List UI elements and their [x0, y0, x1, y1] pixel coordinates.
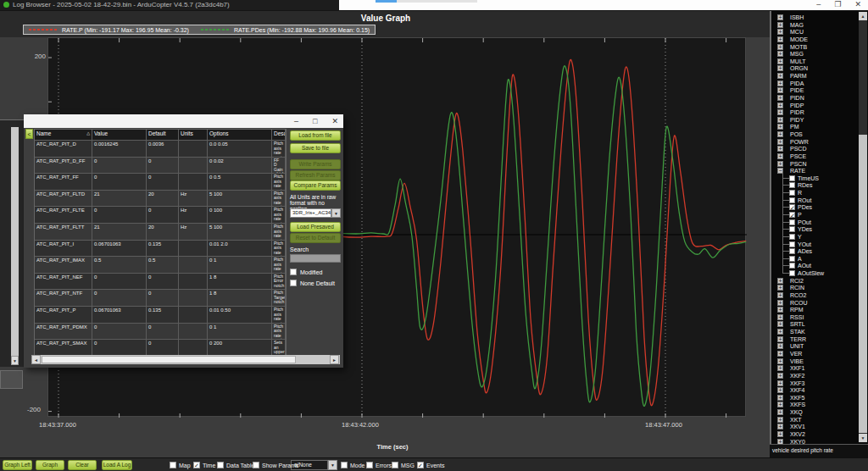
maximize-icon[interactable]: □	[313, 116, 317, 126]
expand-icon[interactable]: +	[777, 109, 783, 115]
parameter-window-titlebar[interactable]: – □ ✕	[24, 114, 343, 128]
chevron-down-icon[interactable]: ▼	[328, 460, 337, 470]
expand-icon[interactable]: +	[777, 402, 783, 407]
expand-icon[interactable]: +	[777, 395, 783, 401]
scrollbar-thumb[interactable]	[42, 356, 296, 363]
checkbox[interactable]	[789, 197, 795, 203]
parameter-table[interactable]: Name △ValueDefaultUnitsOptionsDescATC_RA…	[34, 129, 287, 356]
graph-left-button[interactable]: Graph Left	[3, 460, 32, 470]
table-row[interactable]: ATC_RAT_PIT_D0.00162450.00360.0 0.05Pitc…	[35, 141, 286, 158]
checked-checkbox[interactable]: ✓	[789, 204, 795, 210]
expand-icon[interactable]: +	[777, 351, 783, 357]
expand-icon[interactable]: +	[777, 314, 783, 320]
modified-checkbox[interactable]	[290, 269, 297, 275]
close-icon[interactable]: ✕	[854, 0, 861, 10]
expand-icon[interactable]: +	[777, 307, 783, 313]
column-header[interactable]: Value	[92, 130, 147, 141]
minimize-icon[interactable]: –	[294, 116, 298, 126]
expand-icon[interactable]: +	[777, 131, 783, 137]
expand-icon[interactable]: +	[777, 278, 783, 284]
table-row[interactable]: ATC_RAT_PIT_FLTE00Hz0 100Pitch axis rate…	[35, 207, 286, 224]
errors-checkbox[interactable]	[366, 462, 373, 468]
checkbox[interactable]	[789, 248, 795, 254]
expand-icon[interactable]: +	[777, 87, 783, 93]
graph-right-button[interactable]: Graph Right	[36, 460, 64, 470]
none-default-checkbox[interactable]	[290, 280, 297, 286]
sort-ascending-icon[interactable]: △	[86, 130, 90, 136]
expand-icon[interactable]: +	[777, 300, 783, 306]
expand-icon[interactable]: +	[777, 103, 783, 108]
checkbox[interactable]	[789, 182, 795, 188]
compare-params-button[interactable]: Compare Params	[290, 180, 341, 191]
checkbox[interactable]	[789, 219, 795, 225]
table-row[interactable]: ATC_RAT_PIT_NTF001 8Pitch Target notch	[35, 290, 286, 307]
checkbox[interactable]	[789, 270, 795, 276]
events-checkbox[interactable]: ✓	[417, 462, 424, 468]
show-params-checkbox[interactable]	[253, 462, 259, 468]
tree-scrollbar[interactable]: ▲ ▼	[859, 12, 867, 442]
save-to-file-button[interactable]: Save to file	[290, 143, 341, 153]
clear-graph-button[interactable]: Clear Graph	[68, 460, 97, 470]
checkbox[interactable]	[789, 234, 795, 240]
search-input[interactable]	[290, 254, 341, 263]
preset-file-dropdown[interactable]: 3DR_Iris+_AC34.pa	[290, 208, 331, 218]
expand-icon[interactable]: +	[777, 373, 783, 379]
checked-checkbox[interactable]: ✓	[789, 212, 795, 218]
table-row[interactable]: ATC_RAT_PIT_NEF001 8Pitch Error notch	[35, 274, 286, 291]
table-row[interactable]: ATC_RAT_PIT_PDMX000 1Pitch axis rate con…	[35, 324, 286, 341]
scroll-right-icon[interactable]: ►	[330, 355, 339, 364]
checkbox[interactable]	[789, 226, 795, 232]
expand-icon[interactable]: +	[777, 58, 783, 64]
expand-icon[interactable]: +	[777, 161, 783, 167]
table-row[interactable]: ATC_RAT_PIT_FLTD2120Hz5 100Pitch axis ra…	[35, 191, 286, 208]
scroll-left-icon[interactable]: ◄	[31, 355, 41, 364]
expand-icon[interactable]: +	[777, 36, 783, 42]
expand-icon[interactable]: +	[777, 336, 783, 342]
expand-icon[interactable]: +	[777, 387, 783, 393]
expand-icon[interactable]: +	[777, 431, 783, 437]
checkbox[interactable]	[789, 256, 795, 262]
expand-icon[interactable]: +	[777, 146, 783, 152]
expand-icon[interactable]: +	[777, 117, 783, 123]
table-hscrollbar[interactable]: ◄ ►	[31, 355, 340, 364]
column-header[interactable]: Default	[147, 130, 179, 141]
expand-icon[interactable]: +	[777, 365, 783, 371]
expand-icon[interactable]: +	[777, 44, 783, 50]
column-header[interactable]: Name △	[35, 130, 92, 141]
table-row[interactable]: ATC_RAT_PIT_SMAX000 200Sets an upper lim…	[35, 340, 286, 357]
expand-icon[interactable]: +	[777, 343, 783, 349]
checkbox[interactable]	[789, 175, 795, 181]
table-row[interactable]: ATC_RAT_PIT_FLTT2120Hz5 100Pitch axis ra…	[35, 224, 286, 241]
expand-icon[interactable]: +	[777, 153, 783, 159]
minimize-icon[interactable]: –	[816, 0, 821, 10]
expand-icon[interactable]: +	[777, 139, 783, 145]
expand-icon[interactable]: +	[777, 321, 783, 327]
time-checkbox[interactable]: ✓	[193, 462, 200, 468]
data-table-checkbox[interactable]	[217, 462, 224, 468]
expand-icon[interactable]: +	[777, 51, 783, 57]
table-row[interactable]: ATC_RAT_PIT_I0.067010630.1350.01 2.0Pitc…	[35, 241, 286, 258]
table-row[interactable]: ATC_RAT_PIT_FF000 0.5Pitch axis rate con…	[35, 174, 286, 191]
column-header[interactable]: Units	[179, 130, 208, 141]
table-row[interactable]: ATC_RAT_PIT_D_FF000 0.02FF D Gain which	[35, 158, 286, 175]
load-a-log-button[interactable]: Load A Log	[102, 460, 132, 470]
close-icon[interactable]: ✕	[331, 116, 338, 126]
expand-icon[interactable]: +	[777, 329, 783, 335]
expand-icon[interactable]: +	[777, 417, 783, 423]
column-header[interactable]: Desc	[272, 130, 286, 141]
checkbox[interactable]	[789, 241, 795, 247]
collapse-panel-button[interactable]: <	[25, 129, 33, 139]
checkbox[interactable]	[789, 190, 795, 196]
expand-icon[interactable]: +	[777, 80, 783, 86]
expand-icon[interactable]: +	[777, 380, 783, 386]
checkbox[interactable]	[789, 263, 795, 269]
expand-icon[interactable]: +	[777, 22, 783, 28]
expand-icon[interactable]: +	[777, 14, 783, 20]
expand-icon[interactable]: +	[777, 65, 783, 71]
expand-icon[interactable]: +	[777, 285, 783, 291]
expand-icon[interactable]: +	[777, 73, 783, 79]
expand-icon[interactable]: +	[777, 358, 783, 364]
load-presaved-button[interactable]: Load Presaved	[290, 222, 341, 232]
table-row[interactable]: ATC_RAT_PIT_IMAX0.50.50 1Pitch axis rate…	[35, 257, 286, 274]
load-from-file-button[interactable]: Load from file	[290, 130, 341, 141]
